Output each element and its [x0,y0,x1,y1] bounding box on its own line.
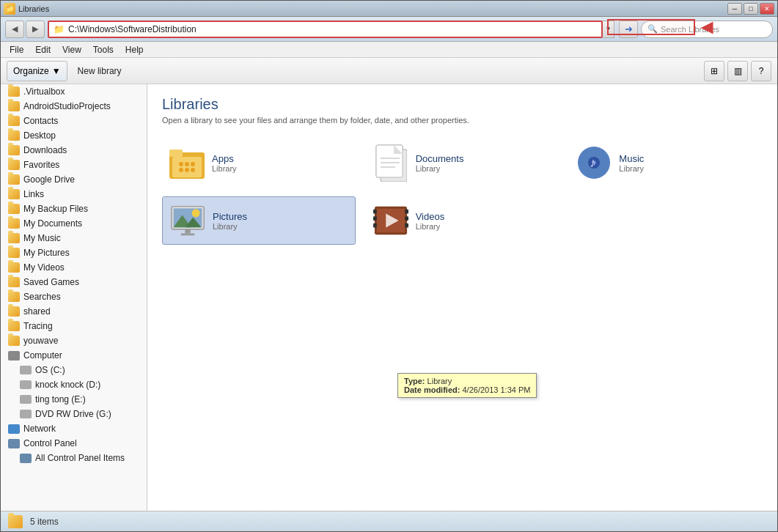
sidebar-item-tingtong[interactable]: ting tong (E:) [1,392,147,407]
toolbar-right: ⊞ ▥ ? [704,61,771,81]
new-library-label: New library [78,66,122,76]
folder-icon [8,101,20,111]
sidebar-item-contacts[interactable]: Contacts [1,114,147,128]
svg-point-8 [191,168,195,172]
music-library-name: Music [619,153,644,164]
back-button[interactable]: ◀ [5,21,24,38]
sidebar-item-downloads[interactable]: Downloads [1,143,147,158]
sidebar-item-androidstudio[interactable]: AndroidStudioProjects [1,99,147,114]
menu-help[interactable]: Help [120,43,150,56]
computer-icon [8,351,20,361]
sidebar-item-savedgames[interactable]: Saved Games [1,275,147,289]
library-item-pictures[interactable]: Pictures Library Type: Library Date modi… [162,196,356,245]
documents-library-name: Documents [416,153,464,164]
sidebar-item-controlpanel[interactable]: Control Panel [1,436,147,451]
library-item-documents[interactable]: Documents Library [366,139,559,186]
folder-icon [8,292,20,302]
search-box[interactable]: 🔍 Search Libraries [641,21,773,38]
folder-icon [8,86,20,97]
menu-bar: File Edit View Tools Help [1,42,777,58]
sidebar-item-label: Contacts [23,116,58,126]
svg-rect-38 [405,223,408,228]
go-button[interactable]: ➜ [619,21,638,38]
sidebar-item-links[interactable]: Links [1,187,147,202]
search-placeholder: Search Libraries [661,25,719,34]
svg-rect-29 [185,229,190,234]
folder-icon [8,204,20,214]
organize-button[interactable]: Organize ▼ [7,61,67,81]
pictures-library-name: Pictures [213,211,247,222]
apps-library-text: Apps Library [212,153,237,173]
drive-icon [20,366,32,374]
sidebar-item-shared[interactable]: shared [1,304,147,319]
sidebar-item-mypictures[interactable]: My Pictures [1,245,147,260]
library-item-music[interactable]: ♪ Music Library [569,139,763,186]
library-grid: Apps Library [162,139,763,245]
documents-library-type: Library [416,164,464,173]
menu-file[interactable]: File [4,43,29,56]
minimize-button[interactable]: ─ [727,3,742,15]
svg-rect-37 [405,216,408,221]
window-title: Libraries [18,4,49,13]
content-area: .Virtualbox AndroidStudioProjects Contac… [1,84,777,511]
folder-icon [8,321,20,331]
sidebar-item-computer[interactable]: Computer [1,348,147,363]
library-item-apps[interactable]: Apps Library [162,139,356,186]
status-count: 5 items [30,517,59,527]
sidebar-item-searches[interactable]: Searches [1,289,147,304]
sidebar-item-label: My Backup Files [23,204,88,214]
address-bar-area: ◀ ▶ 📁 C:\Windows\SoftwareDistribution ▼ … [1,17,777,42]
sidebar-item-label: ting tong (E:) [35,394,86,404]
sidebar-item-desktop[interactable]: Desktop [1,128,147,143]
new-library-button[interactable]: New library [72,61,128,81]
address-dropdown-button[interactable]: ▼ [603,21,614,38]
sidebar-item-virtualbox[interactable]: .Virtualbox [1,84,147,99]
sidebar-item-dvdrw[interactable]: DVD RW Drive (G:) [1,407,147,421]
folder-icon [8,189,20,199]
status-folder-icon [8,515,23,528]
sidebar-item-label: My Videos [23,262,65,273]
maximize-button[interactable]: □ [744,3,758,15]
sidebar-item-googledrive[interactable]: Google Drive [1,172,147,187]
folder-icon [8,174,20,185]
menu-view[interactable]: View [56,43,87,56]
menu-edit[interactable]: Edit [29,43,56,56]
sidebar-item-tracing[interactable]: Tracing [1,319,147,333]
sidebar-item-allcontrolpanel[interactable]: All Control Panel Items [1,451,147,465]
sidebar-item-mymusic[interactable]: My Music [1,231,147,245]
nav-buttons: ◀ ▶ [5,21,45,38]
view-options-button[interactable]: ⊞ [704,61,724,81]
sidebar-item-label: Control Panel [23,438,77,448]
libraries-title: Libraries [162,96,763,113]
menu-tools[interactable]: Tools [87,43,120,56]
sidebar-item-label: Desktop [23,130,56,141]
sidebar-item-label: My Documents [23,218,82,229]
svg-point-7 [185,168,189,172]
sidebar-item-osc[interactable]: OS (C:) [1,363,147,377]
videos-library-text: Videos Library [416,211,445,231]
pictures-library-text: Pictures Library [213,211,247,231]
folder-icon [8,233,20,243]
videos-library-type: Library [416,222,445,231]
sidebar-item-network[interactable]: Network [1,421,147,436]
address-text: C:\Windows\SoftwareDistribution [68,24,197,34]
help-button[interactable]: ? [751,61,771,81]
svg-rect-2 [172,157,202,177]
pane-toggle-button[interactable]: ▥ [727,61,748,81]
svg-point-5 [191,162,195,166]
sidebar-item-mybackupfiles[interactable]: My Backup Files [1,202,147,216]
close-button[interactable]: ✕ [760,3,774,15]
address-container: 📁 C:\Windows\SoftwareDistribution ▼ ◄ [48,21,614,38]
sidebar-item-myvideos[interactable]: My Videos [1,260,147,275]
libraries-subtitle: Open a library to see your files and arr… [162,116,763,125]
library-item-videos[interactable]: Videos Library [366,196,559,245]
sidebar-item-favorites[interactable]: Favorites [1,158,147,172]
forward-button[interactable]: ▶ [26,21,45,38]
network-icon [8,424,20,434]
sidebar-item-mydocuments[interactable]: My Documents [1,216,147,231]
sidebar-item-knockknockd[interactable]: knock knock (D:) [1,377,147,392]
address-box[interactable]: 📁 C:\Windows\SoftwareDistribution [48,21,603,38]
sidebar-item-label: Computer [23,350,62,361]
sidebar-item-youwave[interactable]: youwave [1,333,147,348]
svg-rect-33 [373,210,377,214]
